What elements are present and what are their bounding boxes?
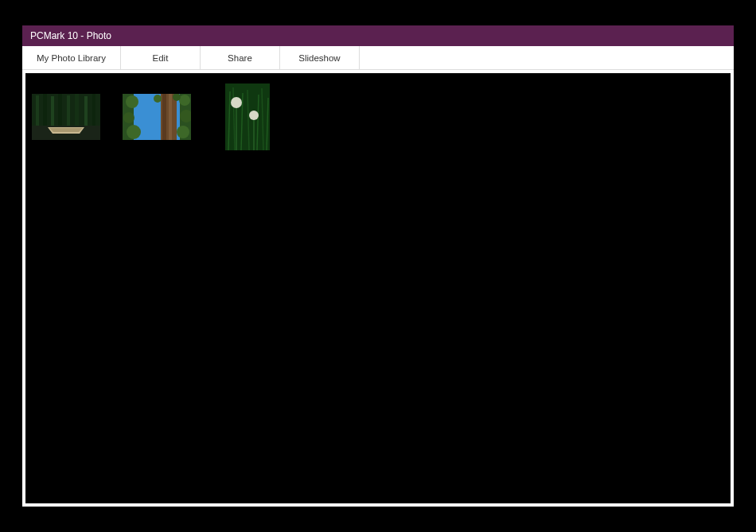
toolbar-label: My Photo Library	[37, 53, 106, 63]
toolbar-item-slideshow[interactable]: Slideshow	[280, 46, 360, 69]
svg-rect-9	[92, 94, 95, 126]
photo-thumbnail[interactable]	[123, 83, 191, 151]
svg-rect-8	[84, 96, 88, 126]
photo-grid	[25, 73, 731, 503]
window-title: PCMark 10 - Photo	[30, 30, 111, 41]
svg-point-21	[179, 95, 190, 106]
svg-point-36	[232, 98, 241, 107]
svg-rect-2	[36, 95, 39, 126]
toolbar-item-edit[interactable]: Edit	[121, 46, 201, 69]
titlebar[interactable]: PCMark 10 - Photo	[22, 25, 734, 46]
svg-rect-4	[51, 96, 54, 126]
toolbar-item-share[interactable]: Share	[201, 46, 280, 69]
photo-tree-sky-icon	[123, 94, 191, 140]
photo-thumbnail[interactable]	[213, 83, 282, 151]
app-window: PCMark 10 - Photo My Photo Library Edit …	[22, 25, 734, 507]
svg-rect-7	[75, 94, 79, 126]
svg-rect-1	[32, 94, 100, 126]
svg-rect-17	[169, 94, 172, 140]
svg-rect-11	[53, 134, 80, 138]
content-frame	[22, 70, 734, 507]
svg-point-23	[177, 126, 189, 138]
toolbar-label: Edit	[153, 53, 169, 63]
photo-thumbnail[interactable]	[32, 83, 100, 151]
svg-point-24	[154, 95, 162, 103]
svg-rect-5	[58, 94, 62, 126]
toolbar-item-library[interactable]: My Photo Library	[22, 46, 121, 69]
photo-forest-boat-icon	[32, 94, 100, 140]
toolbar: My Photo Library Edit Share Slideshow	[22, 46, 734, 70]
svg-point-18	[126, 95, 138, 108]
svg-point-20	[127, 125, 141, 139]
svg-point-39	[250, 111, 258, 119]
svg-rect-6	[67, 95, 70, 126]
toolbar-label: Slideshow	[298, 53, 340, 63]
svg-point-19	[123, 112, 134, 123]
toolbar-label: Share	[228, 53, 252, 63]
svg-rect-16	[162, 94, 166, 140]
svg-rect-3	[43, 94, 47, 126]
photo-dandelion-grass-icon	[225, 83, 270, 150]
